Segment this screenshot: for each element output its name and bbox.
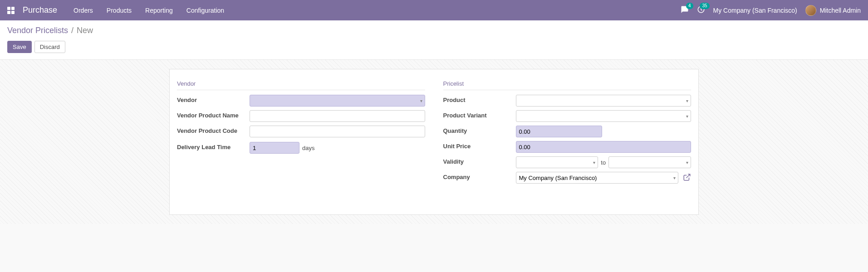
vendor-section-title: Vendor xyxy=(177,80,425,90)
validity-to-label: to xyxy=(601,159,606,166)
breadcrumb: Vendor Pricelists / New xyxy=(7,26,861,35)
product-variant-label: Product Variant xyxy=(443,110,516,120)
company-switcher[interactable]: My Company (San Francisco) xyxy=(713,7,797,14)
validity-from-field[interactable] xyxy=(516,156,598,168)
control-panel: Vendor Pricelists / New Save Discard xyxy=(0,20,868,60)
product-variant-field[interactable] xyxy=(516,110,691,122)
unit-price-label: Unit Price xyxy=(443,141,516,151)
breadcrumb-parent[interactable]: Vendor Pricelists xyxy=(7,26,68,35)
messages-badge: 4 xyxy=(686,3,693,9)
user-menu[interactable]: Mitchell Admin xyxy=(805,5,861,16)
topbar: Purchase Orders Products Reporting Confi… xyxy=(0,0,868,20)
breadcrumb-current: New xyxy=(77,26,93,35)
delivery-lead-time-unit: days xyxy=(302,145,314,151)
company-label: Company xyxy=(443,172,516,181)
quantity-label: Quantity xyxy=(443,126,516,135)
topbar-right: 4 35 My Company (San Francisco) Mitchell… xyxy=(681,5,861,16)
messages-icon[interactable]: 4 xyxy=(681,5,689,15)
vendor-label: Vendor xyxy=(177,95,250,104)
breadcrumb-separator: / xyxy=(71,26,74,35)
external-link-icon[interactable] xyxy=(683,173,691,183)
main-area: Vendor Vendor ▾ Vendor Product Name xyxy=(0,60,868,224)
product-label: Product xyxy=(443,95,516,104)
nav-products[interactable]: Products xyxy=(107,7,132,14)
validity-label: Validity xyxy=(443,156,516,166)
validity-to-field[interactable] xyxy=(608,156,691,168)
app-brand[interactable]: Purchase xyxy=(23,5,57,15)
activities-icon[interactable]: 35 xyxy=(697,5,705,15)
vendor-product-name-field[interactable] xyxy=(250,110,425,122)
vendor-product-code-label: Vendor Product Code xyxy=(177,126,250,135)
nav-links: Orders Products Reporting Configuration xyxy=(74,7,224,14)
pricelist-section-title: Pricelist xyxy=(443,80,691,90)
action-buttons: Save Discard xyxy=(7,41,861,53)
company-field[interactable] xyxy=(516,172,679,184)
pricelist-section: Pricelist Product ▾ Product Variant xyxy=(443,80,691,187)
vendor-field[interactable] xyxy=(250,95,425,107)
quantity-field[interactable] xyxy=(516,126,602,137)
delivery-lead-time-field[interactable] xyxy=(250,142,299,154)
svg-line-1 xyxy=(687,174,690,178)
unit-price-field[interactable] xyxy=(516,141,691,153)
delivery-lead-time-label: Delivery Lead Time xyxy=(177,142,250,151)
apps-icon[interactable] xyxy=(7,7,15,14)
vendor-section: Vendor Vendor ▾ Vendor Product Name xyxy=(177,80,425,187)
vendor-product-code-field[interactable] xyxy=(250,126,425,137)
activities-badge: 35 xyxy=(700,3,709,9)
form-card: Vendor Vendor ▾ Vendor Product Name xyxy=(169,69,699,215)
save-button[interactable]: Save xyxy=(7,41,32,53)
avatar xyxy=(805,5,816,16)
nav-orders[interactable]: Orders xyxy=(74,7,93,14)
nav-configuration[interactable]: Configuration xyxy=(186,7,224,14)
discard-button[interactable]: Discard xyxy=(34,41,65,53)
nav-reporting[interactable]: Reporting xyxy=(145,7,173,14)
product-field[interactable] xyxy=(516,95,691,107)
user-name: Mitchell Admin xyxy=(820,7,861,14)
vendor-product-name-label: Vendor Product Name xyxy=(177,110,250,120)
